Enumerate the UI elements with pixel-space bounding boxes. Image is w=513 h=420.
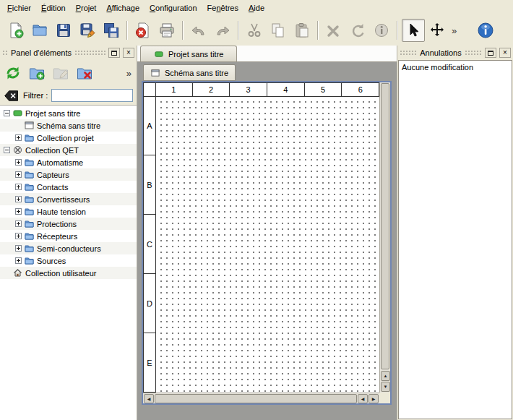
expand-icon[interactable] — [15, 196, 22, 202]
folder-plus-icon — [28, 64, 46, 82]
refresh-icon — [4, 64, 22, 82]
scroll-right-button[interactable]: ▶ — [368, 394, 379, 403]
menu-fenetres[interactable]: Fenêtres — [202, 1, 243, 14]
folder-icon — [25, 219, 34, 228]
elements-panel-titlebar[interactable]: Panel d'éléments × — [0, 46, 137, 60]
edit-element-button[interactable] — [51, 63, 71, 83]
menu-configuration[interactable]: Configuration — [145, 1, 202, 14]
expand-icon[interactable] — [15, 134, 22, 141]
expand-icon[interactable] — [15, 159, 22, 166]
arrow-left-icon: ◀ — [147, 396, 151, 401]
tree-item-convertisseurs[interactable]: Convertisseurs — [0, 193, 137, 205]
tree-item-collection-qet[interactable]: Collection QET — [0, 144, 137, 156]
close-document-button[interactable] — [132, 19, 155, 42]
horizontal-scrollbar[interactable]: ◀ ◀ ▶ — [143, 393, 379, 403]
qet-collection-icon — [13, 145, 22, 155]
undo-empty-text: Aucune modification — [402, 63, 509, 72]
save-as-button[interactable] — [76, 19, 99, 42]
collapse-icon[interactable] — [4, 147, 10, 153]
select-mode-button[interactable] — [402, 19, 425, 42]
menu-projet[interactable]: Projet — [71, 1, 102, 14]
close-panel-button[interactable]: × — [123, 48, 134, 58]
expand-icon[interactable] — [15, 171, 22, 178]
new-document-icon — [7, 22, 25, 39]
arrow-up-icon: ▲ — [384, 374, 388, 378]
collapse-icon[interactable] — [4, 110, 10, 116]
move-mode-button[interactable] — [426, 19, 449, 42]
tree-item-project[interactable]: Projet sans titre — [0, 107, 137, 119]
undo-panel-title: Annulations — [420, 48, 462, 57]
tree-item-automatisme[interactable]: Automatisme — [0, 156, 137, 168]
open-folder-icon — [31, 22, 48, 39]
arrow-left-icon: ◀ — [361, 396, 365, 401]
menu-affichage[interactable]: Affichage — [101, 1, 145, 14]
undo-button[interactable] — [187, 19, 210, 42]
undo-list[interactable]: Aucune modification — [398, 60, 512, 419]
copy-button[interactable] — [267, 19, 290, 42]
menu-aide[interactable]: Aide — [243, 1, 270, 14]
info-blue-icon — [477, 22, 494, 39]
column-header: 6 — [341, 82, 379, 97]
redo-button[interactable] — [211, 19, 234, 42]
floppy-icon — [55, 22, 72, 39]
horizontal-scrollbar-thumb[interactable] — [155, 394, 357, 403]
menu-fichier[interactable]: Fichier — [2, 1, 36, 14]
expand-icon[interactable] — [15, 257, 22, 264]
element-info-button[interactable] — [370, 19, 393, 42]
new-element-button[interactable] — [27, 63, 47, 83]
cut-button[interactable] — [243, 19, 266, 42]
tree-item-collection-projet[interactable]: Collection projet — [0, 132, 137, 144]
vertical-scrollbar[interactable]: ▲ ▼ — [379, 82, 390, 393]
undo-panel-titlebar[interactable]: Annulations × — [397, 46, 513, 60]
new-document-button[interactable] — [4, 19, 27, 42]
scroll-left-button[interactable]: ◀ — [358, 394, 368, 403]
float-panel-button[interactable] — [108, 48, 120, 58]
schema-canvas[interactable] — [156, 97, 379, 393]
scrollbar-corner — [379, 393, 390, 403]
main-toolbar: » — [0, 15, 513, 46]
tree-item-sources[interactable]: Sources — [0, 254, 137, 267]
tree-item-semi-conducteurs[interactable]: Semi-conducteurs — [0, 242, 137, 254]
tab-schema[interactable]: Schéma sans titre — [143, 64, 236, 81]
tab-project[interactable]: Projet sans titre — [140, 46, 237, 61]
column-header: 3 — [229, 82, 267, 97]
workspace: Projet sans titre Schéma sans titre 1 2 … — [137, 46, 397, 420]
expand-icon[interactable] — [15, 233, 22, 239]
delete-element-button[interactable] — [74, 63, 95, 83]
tree-item-collection-utilisateur[interactable]: Collection utilisateur — [0, 267, 137, 279]
expand-icon[interactable] — [15, 208, 22, 215]
scroll-left-button[interactable]: ◀ — [144, 394, 154, 403]
folder-delete-icon — [76, 64, 93, 82]
tree-item-schema[interactable]: Schéma sans titre — [0, 119, 137, 132]
tree-item-protections[interactable]: Protections — [0, 218, 137, 230]
tree-item-haute-tension[interactable]: Haute tension — [0, 205, 137, 218]
row-header: C — [143, 214, 156, 274]
delete-button[interactable] — [322, 19, 345, 42]
vertical-scrollbar-thumb[interactable] — [381, 83, 389, 369]
rotate-button[interactable] — [346, 19, 369, 42]
expand-icon[interactable] — [15, 184, 22, 190]
expand-icon[interactable] — [15, 220, 22, 227]
clear-filter-button[interactable] — [4, 90, 20, 102]
tree-item-contacts[interactable]: Contacts — [0, 181, 137, 193]
save-all-button[interactable] — [100, 19, 123, 42]
panel-overflow-icon[interactable]: » — [124, 69, 134, 78]
column-headers: 1 2 3 4 5 6 — [155, 82, 379, 97]
about-button[interactable] — [474, 19, 497, 42]
toolbar-overflow-icon[interactable]: » — [449, 26, 459, 35]
reload-collections-button[interactable] — [3, 63, 23, 83]
filter-input[interactable] — [51, 89, 133, 102]
tree-item-recepteurs[interactable]: Récepteurs — [0, 230, 137, 242]
save-button[interactable] — [52, 19, 75, 42]
paste-button[interactable] — [290, 19, 314, 42]
close-panel-button[interactable]: × — [499, 48, 511, 58]
print-button[interactable] — [155, 19, 178, 42]
menu-edition[interactable]: Édition — [36, 1, 71, 14]
open-project-button[interactable] — [28, 19, 51, 42]
float-panel-button[interactable] — [485, 48, 496, 58]
folder-pencil-icon — [52, 64, 69, 82]
scroll-up-button[interactable]: ▲ — [381, 371, 390, 381]
tree-item-capteurs[interactable]: Capteurs — [0, 168, 137, 181]
expand-icon[interactable] — [15, 245, 22, 252]
scroll-down-button[interactable]: ▼ — [381, 382, 390, 392]
